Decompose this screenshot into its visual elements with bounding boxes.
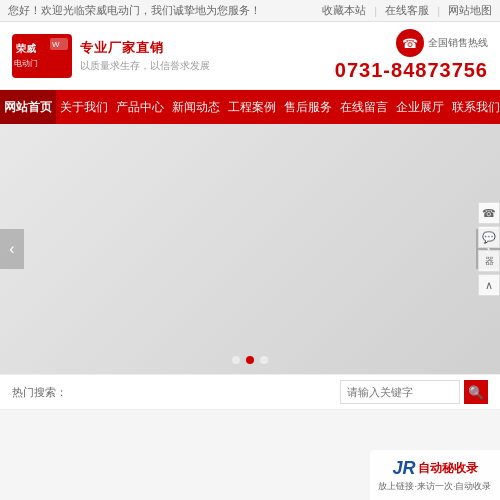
side-chat-icon[interactable]: 💬 bbox=[478, 226, 500, 248]
online-service-link[interactable]: 在线客服 bbox=[385, 3, 429, 18]
slider-dot-1[interactable] bbox=[232, 356, 240, 364]
nav-cases[interactable]: 工程案例 bbox=[224, 90, 280, 124]
nav-showroom[interactable]: 企业展厅 bbox=[392, 90, 448, 124]
logo-area: 荣威 电动门 W 专业厂家直销 以质量求生存，以信誉求发展 bbox=[12, 34, 335, 78]
main-nav: 网站首页 关于我们 产品中心 新闻动态 工程案例 售后服务 在线留言 企业展厅 … bbox=[0, 90, 500, 124]
phone-label-text: 全国销售热线 bbox=[428, 36, 488, 50]
slider-prev-button[interactable]: ‹ bbox=[0, 229, 24, 269]
phone-number: 0731-84873756 bbox=[335, 59, 488, 82]
page-wrapper: 您好！欢迎光临荣威电动门，我们诚挚地为您服务！ 收藏本站 | 在线客服 | 网站… bbox=[0, 0, 500, 500]
search-button[interactable]: 🔍 bbox=[464, 380, 488, 404]
watermark-slogan: 放上链接·来访一次·自动收录 bbox=[378, 480, 491, 493]
slider-dot-2[interactable] bbox=[246, 356, 254, 364]
watermark-badge: JR 自动秘收录 放上链接·来访一次·自动收录 bbox=[370, 450, 500, 500]
nav-products[interactable]: 产品中心 bbox=[112, 90, 168, 124]
side-top-icon[interactable]: ∧ bbox=[478, 274, 500, 296]
watermark-logo: JR 自动秘收录 bbox=[392, 458, 477, 479]
header: 荣威 电动门 W 专业厂家直销 以质量求生存，以信誉求发展 ☎ 全国销售热线 bbox=[0, 22, 500, 90]
main-slider: ‹ › ☎ 💬 器 ∧ bbox=[0, 124, 500, 374]
slider-background bbox=[0, 124, 500, 374]
sitemap-link[interactable]: 网站地图 bbox=[448, 3, 492, 18]
watermark-text: 自动秘收录 bbox=[418, 460, 478, 477]
hot-search-label: 热门搜索： bbox=[12, 385, 67, 400]
top-bar-right: 收藏本站 | 在线客服 | 网站地图 bbox=[322, 3, 492, 18]
nav-message[interactable]: 在线留言 bbox=[336, 90, 392, 124]
search-right: 🔍 bbox=[340, 380, 488, 404]
svg-text:电动门: 电动门 bbox=[14, 59, 38, 68]
welcome-text: 您好！欢迎光临荣威电动门，我们诚挚地为您服务！ bbox=[8, 3, 261, 18]
side-float-icons: ☎ 💬 器 ∧ bbox=[478, 202, 500, 296]
left-arrow-icon: ‹ bbox=[9, 240, 14, 258]
nav-contact[interactable]: 联系我们 bbox=[448, 90, 500, 124]
search-input[interactable] bbox=[340, 380, 460, 404]
watermark-jr: JR bbox=[392, 458, 415, 479]
brand-name: 专业厂家直销 bbox=[80, 38, 210, 57]
side-qr-icon[interactable]: 器 bbox=[478, 250, 500, 272]
phone-icon: ☎ bbox=[396, 29, 424, 57]
nav-home[interactable]: 网站首页 bbox=[0, 90, 56, 124]
logo-text: 专业厂家直销 以质量求生存，以信誉求发展 bbox=[80, 38, 210, 73]
side-phone-icon[interactable]: ☎ bbox=[478, 202, 500, 224]
logo-slogan: 以质量求生存，以信誉求发展 bbox=[80, 59, 210, 73]
favorite-link[interactable]: 收藏本站 bbox=[322, 3, 366, 18]
search-bar: 热门搜索： 🔍 bbox=[0, 374, 500, 410]
top-bar-left: 您好！欢迎光临荣威电动门，我们诚挚地为您服务！ bbox=[8, 3, 261, 18]
phone-label-row: ☎ 全国销售热线 bbox=[396, 29, 488, 57]
svg-text:荣威: 荣威 bbox=[16, 43, 37, 54]
phone-area: ☎ 全国销售热线 0731-84873756 bbox=[335, 29, 488, 82]
nav-service[interactable]: 售后服务 bbox=[280, 90, 336, 124]
logo-image: 荣威 电动门 W bbox=[12, 34, 72, 78]
top-bar: 您好！欢迎光临荣威电动门，我们诚挚地为您服务！ 收藏本站 | 在线客服 | 网站… bbox=[0, 0, 500, 22]
svg-text:W: W bbox=[52, 40, 60, 49]
slider-dots bbox=[232, 356, 268, 364]
slider-dot-3[interactable] bbox=[260, 356, 268, 364]
nav-news[interactable]: 新闻动态 bbox=[168, 90, 224, 124]
nav-about[interactable]: 关于我们 bbox=[56, 90, 112, 124]
